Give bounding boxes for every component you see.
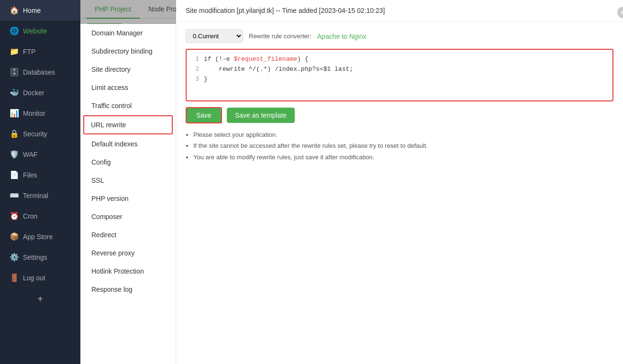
sidebar-label-terminal: Terminal bbox=[23, 192, 48, 199]
sidebar-label-ftp: FTP bbox=[23, 48, 35, 55]
sidebar-label-settings: Settings bbox=[23, 254, 47, 261]
apache-to-nginx-link[interactable]: Apache to Nginx bbox=[317, 33, 367, 40]
docker-icon: 🐳 bbox=[10, 88, 18, 97]
sidebar-label-home: Home bbox=[23, 7, 41, 14]
modal-panel: Site modification [pt.yilanjd.tk] -- Tim… bbox=[176, 0, 623, 364]
home-icon: 🏠 bbox=[10, 6, 18, 15]
sidebar-item-logout[interactable]: 🚪 Log out bbox=[0, 267, 80, 288]
hint-2: If the site cannot be accessed after the… bbox=[193, 140, 613, 151]
hints-list: Please select your application. If the s… bbox=[186, 129, 613, 163]
menu-item-default-indexes[interactable]: Default indexes bbox=[80, 135, 176, 153]
sidebar-item-cron[interactable]: ⏰ Cron bbox=[0, 206, 80, 226]
sidebar-item-databases[interactable]: 🗄️ Databases bbox=[0, 62, 80, 82]
add-button[interactable]: + bbox=[0, 288, 80, 310]
sidebar-label-logout: Log out bbox=[23, 274, 45, 282]
code-line-3: 3 } bbox=[191, 75, 608, 85]
modal-title: Site modification [pt.yilanjd.tk] -- Tim… bbox=[186, 7, 385, 14]
sidebar-label-cron: Cron bbox=[23, 212, 37, 220]
website-icon: 🌐 bbox=[10, 26, 18, 35]
files-icon: 📄 bbox=[10, 170, 18, 179]
menu-item-subdirectory[interactable]: Subdirectory binding bbox=[80, 42, 176, 60]
menu-item-redirect[interactable]: Redirect bbox=[80, 226, 176, 244]
sidebar-label-waf: WAF bbox=[23, 151, 38, 158]
code-editor[interactable]: 1 if (!-e $request_filename) { 2 rewrite… bbox=[186, 49, 613, 101]
menu-item-composer[interactable]: Composer bbox=[80, 208, 176, 226]
version-select[interactable]: 0.Current bbox=[186, 29, 243, 43]
settings-icon: ⚙️ bbox=[10, 253, 18, 262]
menu-item-url-rewrite[interactable]: URL rewrite bbox=[83, 115, 173, 134]
logout-icon: 🚪 bbox=[10, 273, 18, 282]
sidebar-item-home[interactable]: 🏠 Home bbox=[0, 0, 80, 21]
modal-close-button[interactable]: ✕ bbox=[617, 7, 623, 18]
menu-item-site-directory[interactable]: Site directory bbox=[80, 60, 176, 78]
waf-icon: 🛡️ bbox=[10, 150, 18, 159]
sidebar-label-website: Website bbox=[23, 27, 47, 35]
code-line-1: 1 if (!-e $request_filename) { bbox=[191, 55, 608, 65]
sidebar-item-monitor[interactable]: 📊 Monitor bbox=[0, 103, 80, 123]
menu-item-limit-access[interactable]: Limit access bbox=[80, 78, 176, 97]
modal-header: Site modification [pt.yilanjd.tk] -- Tim… bbox=[176, 0, 623, 22]
sidebar-label-monitor: Monitor bbox=[23, 110, 45, 117]
sidebar-item-terminal[interactable]: ⌨️ Terminal bbox=[0, 185, 80, 206]
menu-item-reverse-proxy[interactable]: Reverse proxy bbox=[80, 244, 176, 262]
sidebar-item-files[interactable]: 📄 Files bbox=[0, 165, 80, 185]
menu-item-response-log[interactable]: Response log bbox=[80, 280, 176, 298]
menu-item-domain[interactable]: Domain Manager bbox=[80, 24, 176, 42]
menu-item-traffic[interactable]: Traffic control bbox=[80, 97, 176, 115]
sidebar-item-appstore[interactable]: 📦 App Store bbox=[0, 226, 80, 247]
hint-1: Please select your application. bbox=[193, 129, 613, 140]
sidebar-item-settings[interactable]: ⚙️ Settings bbox=[0, 247, 80, 267]
code-line-2: 2 rewrite ^/(.*) /index.php?s=$1 last; bbox=[191, 65, 608, 75]
menu-item-hotlink[interactable]: Hotlink Protection bbox=[80, 262, 176, 280]
sidebar-label-security: Security bbox=[23, 130, 47, 138]
sidebar-label-files: Files bbox=[23, 171, 37, 179]
appstore-icon: 📦 bbox=[10, 232, 18, 241]
sidebar-item-waf[interactable]: 🛡️ WAF bbox=[0, 144, 80, 165]
menu-item-php-version[interactable]: PHP version bbox=[80, 189, 176, 208]
save-template-button[interactable]: Save as template bbox=[227, 108, 295, 123]
converter-label: Rewrite rule converter: bbox=[249, 33, 312, 40]
modal-overlay: Domain Manager Subdirectory binding Site… bbox=[80, 0, 623, 364]
sidebar-item-website[interactable]: 🌐 Website bbox=[0, 21, 80, 41]
modal-actions: Save Save as template bbox=[186, 107, 613, 123]
rewrite-controls: 0.Current Rewrite rule converter: Apache… bbox=[186, 29, 613, 43]
sidebar-item-docker[interactable]: 🐳 Docker bbox=[0, 82, 80, 103]
hint-3: You are able to modify rewrite rules, ju… bbox=[193, 152, 613, 163]
sidebar-label-appstore: App Store bbox=[23, 233, 53, 241]
save-button[interactable]: Save bbox=[186, 107, 222, 123]
monitor-icon: 📊 bbox=[10, 109, 18, 118]
databases-icon: 🗄️ bbox=[10, 67, 18, 77]
sidebar-label-databases: Databases bbox=[23, 68, 55, 76]
sidebar: 🏠 Home 🌐 Website 📁 FTP 🗄️ Databases 🐳 Do… bbox=[0, 0, 80, 364]
sidebar-item-security[interactable]: 🔒 Security bbox=[0, 123, 80, 144]
terminal-icon: ⌨️ bbox=[10, 191, 18, 200]
modal-body: 0.Current Rewrite rule converter: Apache… bbox=[176, 22, 623, 364]
menu-item-config[interactable]: Config bbox=[80, 153, 176, 171]
sidebar-label-docker: Docker bbox=[23, 89, 44, 97]
cron-icon: ⏰ bbox=[10, 211, 18, 221]
ftp-icon: 📁 bbox=[10, 47, 18, 56]
menu-item-ssl[interactable]: SSL bbox=[80, 171, 176, 189]
main-content: PHP Project Node Project Add site Defaul… bbox=[80, 0, 623, 364]
security-icon: 🔒 bbox=[10, 129, 18, 138]
modal-menu: Domain Manager Subdirectory binding Site… bbox=[80, 24, 176, 364]
sidebar-item-ftp[interactable]: 📁 FTP bbox=[0, 41, 80, 62]
